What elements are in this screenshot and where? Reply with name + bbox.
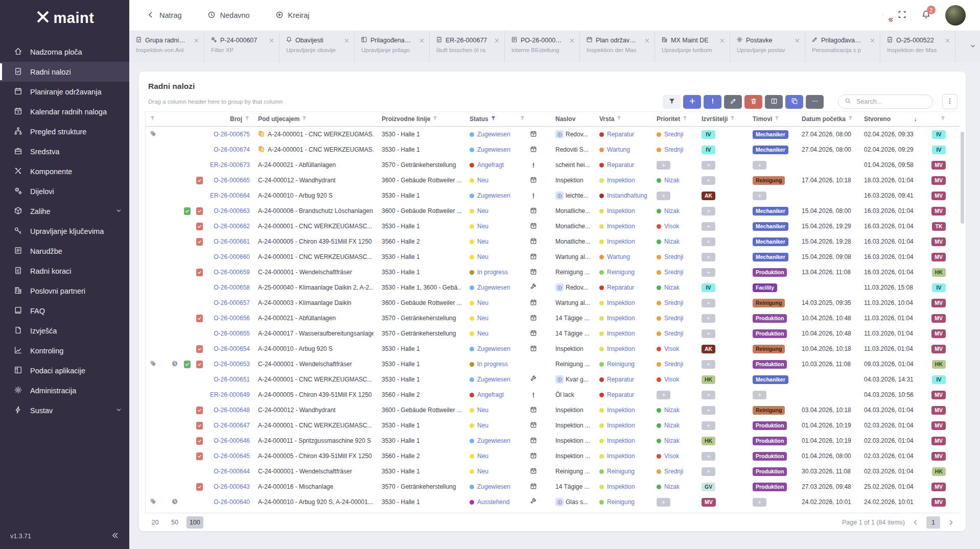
cell-value[interactable]: Zugewiesen — [477, 376, 510, 383]
sidebar-item-radni-nalozi[interactable]: Radni nalozi — [0, 62, 129, 82]
fullscreen-button[interactable] — [897, 10, 907, 21]
duplicate-button[interactable] — [785, 95, 803, 109]
more-button[interactable] — [806, 95, 824, 109]
cell-value[interactable]: Neu — [477, 299, 488, 306]
table-row[interactable]: O-26-000644 C-24-000001 - Wendelschaftfr… — [146, 464, 960, 479]
cell-value[interactable]: Wartung — [607, 253, 630, 260]
column-header-icons[interactable] — [146, 115, 203, 123]
executor-add-button[interactable]: + — [702, 176, 715, 185]
recent-button[interactable]: Nedavno — [204, 10, 253, 21]
table-row[interactable]: O-26-000674 A-24-000001 - CNC WERKZEUGMA… — [146, 142, 960, 157]
cell-value[interactable]: Nizak — [664, 422, 680, 429]
column-header-stvoreno[interactable]: Stvoreno ↓ — [860, 115, 950, 123]
sidebar-item-izvjesca[interactable]: Izvješća — [0, 321, 129, 341]
edit-button[interactable] — [724, 95, 742, 109]
cell-value[interactable]: Zugewiesen — [477, 345, 510, 352]
column-header-sicon[interactable] — [516, 115, 551, 123]
executor-add-button[interactable]: + — [702, 237, 715, 246]
cell-value[interactable]: Reparatur — [607, 376, 634, 383]
work-order-link[interactable]: O-26-000657 — [214, 299, 250, 306]
executor-add-button[interactable]: + — [702, 391, 715, 399]
table-row[interactable]: O-26-000651 A-24-000001 - CNC WERKZEUGMA… — [146, 372, 960, 387]
cell-value[interactable]: Inspektion — [607, 330, 635, 337]
work-order-link[interactable]: O-26-000655 — [214, 330, 250, 337]
table-row[interactable]: ER-26-000664 A-24-000010 - Arbug 920 S 3… — [146, 188, 960, 203]
next-page-button[interactable] — [947, 519, 954, 526]
info-icon[interactable] — [555, 130, 564, 138]
column-header-vrsta[interactable]: Vrsta — [595, 115, 652, 123]
table-row[interactable]: O-26-000662 A-24-000001 - CNC WERKZEUGMA… — [146, 219, 960, 234]
close-icon[interactable] — [194, 38, 199, 43]
cell-value[interactable]: Angefragt — [477, 161, 504, 169]
table-row[interactable]: O-26-000648 C-24-000012 - Wandhydrant 36… — [146, 402, 960, 418]
team-add-button[interactable]: + — [753, 192, 766, 200]
tab-3[interactable]: Obavijesti Upravljanje obavije — [279, 31, 355, 62]
sidebar-item-poslovni-partneri[interactable]: Poslovni partneri — [0, 281, 129, 301]
cell-value[interactable]: Inspektion — [607, 315, 635, 322]
table-row[interactable]: O-26-000645 A-24-000005 - Chiron 439-51M… — [146, 448, 960, 464]
sidebar-item-kontroling[interactable]: Kontroling — [0, 341, 129, 361]
executor-add-button[interactable]: + — [702, 452, 715, 461]
page-size-50-button[interactable]: 50 — [167, 516, 182, 529]
close-icon[interactable] — [795, 38, 800, 43]
cell-value[interactable]: Reparatur — [607, 131, 634, 138]
close-icon[interactable] — [719, 38, 725, 43]
sidebar-item-dijelovi[interactable]: Dijelovi — [0, 181, 129, 201]
cell-value[interactable]: Inspektion — [607, 483, 635, 490]
cell-value[interactable]: Zugewiesen — [477, 284, 510, 291]
table-row[interactable]: O-26-000660 A-24-000001 - CNC WERKZEUGMA… — [146, 249, 960, 265]
cell-value[interactable]: Neu — [477, 407, 488, 414]
work-order-link[interactable]: O-26-000658 — [214, 284, 250, 291]
cell-value[interactable]: Reinigung — [607, 468, 635, 475]
team-add-button[interactable]: + — [753, 391, 766, 399]
create-button[interactable]: Kreiraj — [272, 10, 313, 21]
cell-value[interactable]: Nizak — [664, 483, 680, 490]
work-order-link[interactable]: ER-26-000664 — [210, 192, 250, 199]
cell-value[interactable]: Inspektion — [607, 407, 635, 414]
cell-value[interactable]: Inspektion — [607, 452, 635, 460]
table-row[interactable]: O-26-000657 A-24-000003 - Klimaanlage Da… — [146, 295, 960, 311]
table-row[interactable]: O-26-000647 A-24-000001 - CNC WERKZEUGMA… — [146, 418, 960, 433]
close-icon[interactable] — [569, 38, 575, 43]
tab-11[interactable]: O-25-000522 Inspektion der Mas — [880, 31, 955, 62]
cell-value[interactable]: Nizak — [664, 407, 680, 414]
back-button[interactable]: Natrag — [144, 10, 185, 21]
tab-overflow-button[interactable] — [966, 31, 980, 62]
scrollbar-thumb[interactable] — [961, 132, 964, 224]
work-order-link[interactable]: O-26-000643 — [214, 483, 250, 490]
table-row[interactable]: O-26-000659 C-24-000001 - Wendelschaftfr… — [146, 265, 960, 280]
executor-add-button[interactable]: + — [702, 360, 715, 369]
sidebar-item-komponente[interactable]: Komponente — [0, 161, 129, 181]
tab-8[interactable]: MX Maint DE Upravljanje tvrtkom — [655, 31, 730, 62]
sidebar-collapse-button[interactable] — [111, 532, 119, 541]
filter-icon[interactable] — [940, 115, 946, 123]
work-order-link[interactable]: O-26-000647 — [214, 422, 250, 429]
cell-value[interactable]: Inspektion — [607, 238, 635, 245]
sidebar-item-sustav[interactable]: Sustav — [0, 400, 129, 420]
cell-value[interactable]: Inspektion — [607, 437, 635, 444]
column-header-izvrsitelji[interactable]: Izvršitelji — [697, 115, 749, 123]
add-button[interactable] — [683, 95, 701, 109]
type-add-button[interactable]: + — [657, 498, 670, 507]
type-add-button[interactable]: + — [657, 161, 670, 170]
cell-value[interactable]: Visok — [664, 376, 679, 383]
executor-add-button[interactable]: + — [702, 406, 715, 415]
filter-button[interactable] — [663, 95, 681, 109]
cell-value[interactable]: Nizak — [664, 437, 680, 444]
filter-icon[interactable] — [244, 115, 250, 123]
table-row[interactable]: O-26-000653 C-24-000001 - Wendelschaftfr… — [146, 356, 960, 372]
cell-value[interactable]: Nizak — [664, 177, 680, 184]
table-row[interactable]: O-26-000640 A-24-000010 - Arbug 920 S, A… — [146, 494, 960, 510]
cell-value[interactable]: Angefragt — [477, 391, 504, 398]
tab-10[interactable]: Prilagođava… Personalizacija s p — [805, 31, 880, 62]
work-order-link[interactable]: O-26-000640 — [214, 498, 250, 506]
table-row[interactable]: O-26-000665 C-24-000012 - Wandhydrant 36… — [146, 173, 960, 188]
filter-icon[interactable] — [730, 115, 735, 123]
executor-add-button[interactable]: + — [702, 161, 715, 170]
cell-value[interactable]: Inspektion — [607, 299, 635, 306]
cell-value[interactable]: Neu — [477, 177, 488, 184]
type-add-button[interactable]: + — [657, 192, 670, 200]
work-order-link[interactable]: O-26-000651 — [214, 376, 250, 383]
tab-7[interactable]: Plan održav… Inspektion der Mas — [580, 31, 655, 62]
executor-add-button[interactable]: + — [702, 299, 715, 307]
